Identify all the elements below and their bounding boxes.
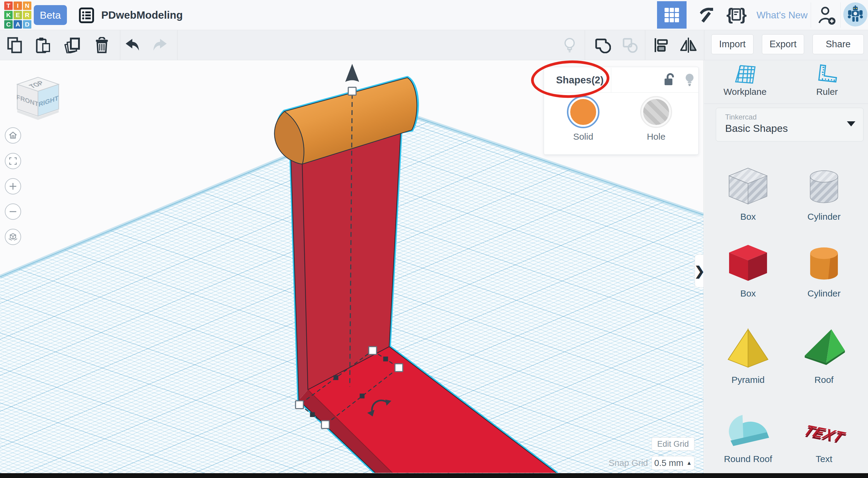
round-roof-icon: [724, 403, 772, 451]
logo-tile: R: [23, 11, 31, 19]
shape-tile-label: Box: [715, 212, 781, 222]
solid-label: Solid: [553, 132, 613, 142]
shape-tile-label: Round Roof: [715, 454, 781, 464]
paste-icon[interactable]: [35, 37, 51, 53]
shape-tile-cylinder-orange[interactable]: Cylinder: [791, 238, 857, 299]
box-red-icon: [724, 238, 772, 286]
export-button[interactable]: Export: [762, 34, 804, 54]
toolbar-separator: [177, 30, 178, 60]
ruler-tool[interactable]: Ruler: [786, 60, 868, 104]
logo-tile: K: [4, 11, 13, 19]
toolbar-separator: [645, 30, 645, 60]
zoom-in-button[interactable]: [5, 178, 21, 195]
shape-tile-box-red[interactable]: Box: [715, 238, 781, 299]
move-up-arrow-handle[interactable]: [345, 64, 359, 82]
grid-icon: [664, 7, 680, 23]
workplane-label: Workplane: [704, 87, 786, 97]
design-menu-icon[interactable]: [79, 7, 94, 24]
shape-tile-roof[interactable]: Roof: [791, 324, 857, 385]
toolbar-separator: [120, 30, 120, 60]
shape-tile-label: Box: [715, 288, 781, 299]
logo-tile: E: [13, 11, 22, 19]
tinker-pickaxe-icon[interactable]: [697, 6, 715, 26]
shape-tile-label: Roof: [791, 375, 857, 385]
text-shape-icon: TEXT TEXT: [800, 403, 848, 451]
mirror-icon[interactable]: [680, 37, 696, 53]
show-all-bulb-icon[interactable]: [561, 37, 578, 53]
logo-tile: N: [23, 1, 31, 10]
cylinder-hole-icon: [800, 161, 848, 209]
shape-tile-box-hole[interactable]: Box: [715, 161, 781, 222]
whats-new-link[interactable]: What's New: [756, 0, 808, 30]
shapes-sidebar: Workplane Ruler Tinkercad Basic Shapes: [704, 60, 868, 473]
home-view-button[interactable]: [5, 127, 21, 144]
roof-icon: [800, 324, 848, 372]
svg-text:}: }: [740, 5, 747, 24]
logo-tile: D: [23, 20, 31, 29]
visibility-bulb-icon[interactable]: [682, 73, 697, 88]
box-hole-icon: [724, 161, 772, 209]
edit-grid-button[interactable]: Edit Grid: [652, 437, 694, 451]
snap-grid-value: 0.5 mm: [654, 458, 684, 468]
fit-view-button[interactable]: [5, 153, 21, 169]
sidebar-collapse-chevron[interactable]: ❯: [695, 254, 704, 287]
shape-tile-pyramid[interactable]: Pyramid: [715, 324, 781, 385]
cylinder-orange-icon: [800, 238, 848, 286]
import-button[interactable]: Import: [711, 34, 753, 54]
ungroup-icon[interactable]: [622, 37, 638, 53]
library-kicker: Tinkercad: [725, 113, 756, 121]
panel-divider: [611, 68, 611, 93]
beta-button[interactable]: Beta: [34, 5, 67, 25]
robot-avatar-image: [846, 5, 865, 24]
library-name: Basic Shapes: [725, 123, 788, 134]
shape-tile-round-roof[interactable]: Round Roof: [715, 403, 781, 464]
sidebar-tools-row: Workplane Ruler: [704, 60, 868, 104]
account-avatar[interactable]: [843, 2, 867, 27]
caret-up-icon: ▲: [686, 460, 692, 466]
hole-swatch[interactable]: [641, 97, 671, 127]
delete-icon[interactable]: [94, 37, 110, 53]
redo-icon[interactable]: [153, 37, 169, 53]
codeblocks-icon[interactable]: { }: [726, 5, 747, 27]
view-cube[interactable]: TOP FRONT RIGHT: [11, 73, 65, 129]
solid-swatch[interactable]: [568, 97, 598, 127]
solid-option[interactable]: Solid: [553, 97, 613, 142]
toolbar-separator: [704, 30, 704, 60]
logo-tile: A: [13, 20, 22, 29]
design-title[interactable]: PDwebModeling: [101, 0, 183, 30]
shape-tile-label: Cylinder: [791, 288, 857, 299]
shapes-inspector-panel: Shapes(2) Solid Hole: [544, 67, 699, 155]
share-button[interactable]: Share: [812, 34, 864, 54]
hole-option[interactable]: Hole: [626, 97, 686, 142]
caret-down-icon: [847, 121, 855, 127]
red-box-shape[interactable]: [291, 132, 557, 473]
snap-grid-select[interactable]: 0.5 mm ▲: [652, 456, 694, 470]
duplicate-icon[interactable]: [64, 37, 81, 53]
dashboard-button[interactable]: [657, 1, 687, 29]
shape-tile-cylinder-hole[interactable]: Cylinder: [791, 161, 857, 222]
shape-tile-text[interactable]: TEXT TEXT Text: [791, 403, 857, 464]
workplane-tool[interactable]: Workplane: [704, 60, 786, 104]
shape-tile-label: Pyramid: [715, 375, 781, 385]
3d-viewport[interactable]: TOP FRONT RIGHT Shapes(2): [0, 60, 704, 473]
app-header: T I N K E R C A D Beta PDwebModeling: [0, 0, 868, 30]
logo-tile: I: [13, 1, 22, 10]
group-icon[interactable]: [595, 37, 611, 53]
shape-tile-label: Text: [791, 454, 857, 464]
zoom-out-button[interactable]: [5, 203, 21, 220]
shape-library-dropdown[interactable]: Tinkercad Basic Shapes: [716, 108, 864, 141]
undo-icon[interactable]: [124, 37, 140, 53]
add-user-icon[interactable]: [817, 6, 837, 27]
shapes-panel-title: Shapes(2): [556, 67, 604, 93]
shape-tile-label: Cylinder: [791, 212, 857, 222]
tinkercad-logo[interactable]: T I N K E R C A D: [4, 1, 31, 29]
ruler-label: Ruler: [786, 87, 868, 97]
unlock-icon[interactable]: [662, 73, 677, 88]
align-icon[interactable]: [653, 37, 670, 53]
hole-label: Hole: [626, 132, 686, 142]
perspective-toggle-button[interactable]: [5, 229, 21, 245]
copy-icon[interactable]: [7, 37, 23, 53]
logo-tile: T: [4, 1, 13, 10]
shapes-panel-header: Shapes(2): [544, 67, 698, 93]
snap-grid-label: Snap Grid: [603, 458, 648, 468]
